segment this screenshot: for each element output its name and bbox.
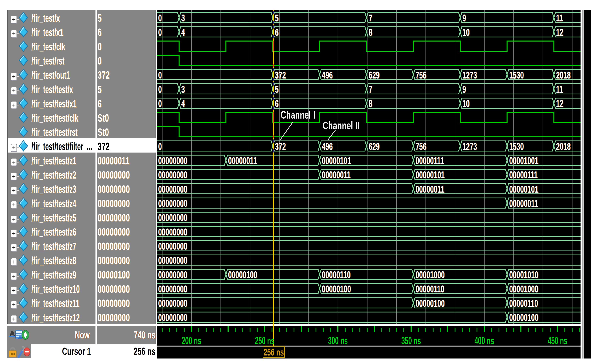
svg-text:5: 5 bbox=[275, 84, 279, 95]
svg-text:5: 5 bbox=[275, 12, 279, 23]
svg-text:372: 372 bbox=[275, 69, 286, 81]
svg-text:Channel I: Channel I bbox=[281, 109, 315, 121]
svg-text:00000000: 00000000 bbox=[97, 183, 130, 195]
svg-text:/fir_test/test/clk: /fir_test/test/clk bbox=[31, 112, 78, 124]
svg-text:372: 372 bbox=[97, 140, 110, 152]
svg-text:450 ns: 450 ns bbox=[548, 335, 567, 346]
svg-text:/fir_test/test/z6: /fir_test/test/z6 bbox=[31, 226, 76, 238]
svg-text:00000000: 00000000 bbox=[158, 226, 187, 237]
svg-text:/fir_test/test/z2: /fir_test/test/z2 bbox=[31, 169, 76, 181]
svg-text:10: 10 bbox=[462, 98, 470, 109]
svg-text:2018: 2018 bbox=[556, 141, 571, 152]
svg-text:/fir_test/x1: /fir_test/x1 bbox=[31, 26, 63, 38]
svg-text:00001000: 00001000 bbox=[416, 269, 445, 280]
svg-text:00000000: 00000000 bbox=[97, 212, 130, 224]
svg-text:St0: St0 bbox=[97, 112, 109, 124]
svg-text:00000100: 00000100 bbox=[322, 283, 351, 294]
svg-text:/fir_test/test/rst: /fir_test/test/rst bbox=[31, 126, 78, 138]
svg-text:/fir_test/rst: /fir_test/rst bbox=[31, 55, 65, 67]
svg-text:00000000: 00000000 bbox=[158, 298, 187, 309]
svg-text:0: 0 bbox=[158, 98, 162, 109]
svg-text:00000000: 00000000 bbox=[97, 297, 130, 309]
svg-text:740 ns: 740 ns bbox=[134, 329, 156, 341]
svg-text:/fir_test/x: /fir_test/x bbox=[31, 12, 60, 24]
svg-text:00000100: 00000100 bbox=[228, 269, 257, 280]
svg-text:/fir_test/test/z5: /fir_test/test/z5 bbox=[31, 212, 76, 223]
svg-text:00001001: 00001001 bbox=[509, 155, 538, 166]
svg-text:756: 756 bbox=[416, 69, 427, 81]
svg-text:00000011: 00000011 bbox=[416, 183, 444, 195]
svg-text:00000000: 00000000 bbox=[158, 169, 187, 180]
svg-text:00000101: 00000101 bbox=[322, 155, 351, 166]
svg-text:0: 0 bbox=[158, 27, 162, 38]
svg-text:12: 12 bbox=[556, 27, 563, 38]
svg-text:00000110: 00000110 bbox=[416, 283, 444, 294]
svg-text:00000000: 00000000 bbox=[158, 212, 187, 223]
svg-text:0: 0 bbox=[158, 84, 162, 95]
svg-text:00000000: 00000000 bbox=[97, 226, 130, 238]
svg-text:3: 3 bbox=[181, 84, 185, 95]
svg-text:00000000: 00000000 bbox=[158, 312, 187, 323]
svg-text:00000000: 00000000 bbox=[97, 283, 130, 295]
svg-text:00000000: 00000000 bbox=[97, 240, 130, 252]
svg-text:Cursor 1: Cursor 1 bbox=[62, 345, 91, 357]
svg-text:9: 9 bbox=[462, 84, 466, 95]
svg-text:6: 6 bbox=[97, 26, 102, 38]
svg-text:00000000: 00000000 bbox=[158, 198, 187, 209]
svg-text:12: 12 bbox=[556, 98, 563, 109]
svg-text:00000000: 00000000 bbox=[97, 198, 130, 209]
svg-text:Channel II: Channel II bbox=[323, 119, 359, 131]
svg-text:/fir_test/test/filter_...: /fir_test/test/filter_... bbox=[31, 140, 92, 152]
svg-text:0: 0 bbox=[158, 12, 162, 23]
svg-text:/fir_test/out1: /fir_test/out1 bbox=[31, 69, 70, 81]
svg-text:9: 9 bbox=[462, 12, 466, 23]
svg-text:00000011: 00000011 bbox=[322, 169, 351, 180]
svg-text:496: 496 bbox=[322, 141, 333, 152]
svg-text:00000000: 00000000 bbox=[97, 169, 130, 181]
svg-text:7: 7 bbox=[369, 12, 372, 23]
svg-text:200 ns: 200 ns bbox=[182, 335, 201, 346]
svg-text:00001010: 00001010 bbox=[509, 269, 538, 280]
svg-text:00000101: 00000101 bbox=[416, 169, 445, 180]
svg-text:10: 10 bbox=[462, 27, 470, 38]
svg-text:00000011: 00000011 bbox=[97, 155, 129, 167]
svg-text:00000000: 00000000 bbox=[158, 155, 187, 166]
svg-text:6: 6 bbox=[275, 98, 279, 109]
svg-text:400 ns: 400 ns bbox=[474, 335, 494, 346]
svg-text:00000000: 00000000 bbox=[158, 283, 187, 294]
svg-text:1530: 1530 bbox=[509, 69, 524, 81]
svg-text:/fir_test/test/x: /fir_test/test/x bbox=[31, 83, 73, 95]
svg-text:372: 372 bbox=[97, 69, 110, 81]
svg-text:Now: Now bbox=[75, 329, 90, 341]
svg-text:/fir_test/test/z3: /fir_test/test/z3 bbox=[31, 183, 76, 195]
svg-text:0: 0 bbox=[158, 141, 162, 152]
svg-text:/fir_test/test/z1: /fir_test/test/z1 bbox=[31, 155, 76, 166]
svg-text:/fir_test/test/z10: /fir_test/test/z10 bbox=[31, 283, 80, 295]
svg-text:00000111: 00000111 bbox=[416, 155, 444, 166]
svg-text:3: 3 bbox=[181, 12, 185, 23]
svg-text:8: 8 bbox=[369, 27, 372, 38]
svg-text:0: 0 bbox=[97, 55, 102, 67]
svg-text:7: 7 bbox=[369, 84, 372, 95]
svg-text:250 ns: 250 ns bbox=[255, 335, 274, 346]
svg-text:0: 0 bbox=[97, 41, 102, 52]
svg-text:00000100: 00000100 bbox=[416, 298, 445, 309]
svg-text:/fir_test/clk: /fir_test/clk bbox=[31, 40, 65, 52]
svg-text:4: 4 bbox=[181, 98, 185, 109]
svg-text:00000100: 00000100 bbox=[509, 312, 538, 323]
svg-text:00000000: 00000000 bbox=[158, 240, 187, 252]
svg-text:756: 756 bbox=[416, 141, 427, 152]
svg-text:6: 6 bbox=[275, 27, 279, 38]
svg-text:1273: 1273 bbox=[462, 69, 477, 81]
svg-text:00000000: 00000000 bbox=[158, 255, 187, 266]
svg-text:11: 11 bbox=[556, 84, 563, 95]
svg-text:6: 6 bbox=[97, 98, 102, 110]
svg-text:/fir_test/test/z9: /fir_test/test/z9 bbox=[31, 269, 76, 281]
svg-text:629: 629 bbox=[369, 69, 380, 81]
svg-text:00000000: 00000000 bbox=[97, 312, 130, 324]
svg-text:00000110: 00000110 bbox=[509, 298, 538, 309]
svg-text:/fir_test/test/x1: /fir_test/test/x1 bbox=[31, 98, 77, 110]
svg-text:St0: St0 bbox=[97, 126, 109, 138]
svg-text:0: 0 bbox=[158, 69, 162, 81]
svg-text:00000101: 00000101 bbox=[509, 183, 538, 195]
